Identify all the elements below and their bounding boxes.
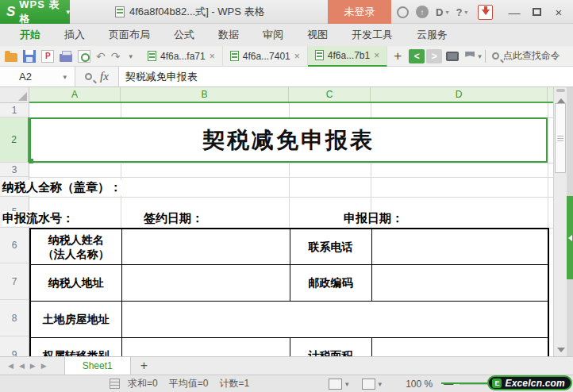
cell-c7-label[interactable]: 邮政编码: [290, 264, 371, 301]
cell-a8-label[interactable]: 土地房屋地址: [30, 301, 121, 337]
doc-tab-1[interactable]: 4f6a...fa71 ×: [140, 46, 223, 67]
presentation-mode-icon[interactable]: [446, 52, 459, 61]
select-all-corner[interactable]: [0, 87, 29, 103]
doc-tab-2[interactable]: 4f6a...7401 ×: [223, 46, 308, 67]
count-stat: 计数=1: [219, 377, 249, 390]
fill-handle[interactable]: [29, 159, 33, 163]
new-document-button[interactable]: +: [387, 48, 408, 64]
tab-view[interactable]: 视图: [295, 24, 340, 46]
doc-tab-3-active[interactable]: 4f6a...7b1 ×: [308, 46, 387, 67]
row-header-1[interactable]: 1: [0, 103, 29, 117]
prev-doc-tab-button[interactable]: <: [409, 49, 425, 63]
row-header-7[interactable]: 7: [0, 263, 29, 300]
flag-caret-icon: ▾: [475, 52, 485, 60]
cell-c9-label[interactable]: 计税面积: [290, 337, 371, 356]
scroll-down-icon[interactable]: [554, 343, 567, 356]
zoom-level[interactable]: 100 %: [406, 379, 433, 390]
flag-icon[interactable]: [465, 52, 475, 61]
cell-c6-label[interactable]: 联系电话: [290, 229, 371, 264]
tab-developer[interactable]: 开发工具: [340, 24, 405, 46]
cell-b5-label[interactable]: 签约日期：: [144, 211, 203, 226]
reading-view-icon[interactable]: [362, 379, 375, 390]
last-sheet-icon[interactable]: ▶: [41, 362, 47, 370]
toolbar-caret-icon[interactable]: ▾: [125, 52, 136, 60]
tab-review[interactable]: 审阅: [251, 24, 295, 46]
row-header-8[interactable]: 8: [0, 300, 29, 336]
cell-a7-label[interactable]: 纳税人地址: [30, 264, 121, 301]
tab-formulas[interactable]: 公式: [162, 24, 206, 46]
sheet-tab-sheet1[interactable]: Sheet1: [64, 357, 131, 375]
tab-data[interactable]: 数据: [206, 24, 251, 46]
side-panel-toggle[interactable]: [567, 196, 573, 279]
wps-logo-menu[interactable]: S WPS 表格 ▾: [0, 0, 70, 24]
page-layout-view-icon[interactable]: [329, 379, 342, 390]
first-sheet-icon[interactable]: ◀: [8, 362, 13, 370]
add-sheet-button[interactable]: +: [131, 359, 157, 373]
column-header-a[interactable]: A: [29, 87, 121, 102]
close-tab-icon[interactable]: ×: [374, 50, 379, 61]
cell-a6-label[interactable]: 纳税人姓名 （法人名称）: [30, 229, 121, 264]
column-header-d[interactable]: D: [371, 87, 548, 102]
cell-b8-input[interactable]: [121, 301, 548, 337]
tab-cloud[interactable]: 云服务: [405, 24, 460, 46]
row-header-2[interactable]: 2: [0, 117, 29, 163]
row-header-9[interactable]: 9: [0, 336, 29, 356]
skin-icon[interactable]: D: [436, 6, 443, 18]
wps-spreadsheet-window: S WPS 表格 ▾ 4f6a8f04b82...式] - WPS 表格 未登录…: [0, 0, 573, 392]
prev-sheet-icon[interactable]: ◀: [19, 362, 25, 370]
vertical-scrollbar[interactable]: [553, 87, 567, 356]
tab-home[interactable]: 开始: [8, 24, 52, 46]
next-sheet-icon[interactable]: ▶: [30, 362, 36, 370]
tab-page-layout[interactable]: 页面布局: [97, 24, 162, 46]
cell-b9-input[interactable]: [121, 337, 290, 356]
row-header-6[interactable]: 6: [0, 228, 29, 263]
export-pdf-icon[interactable]: [41, 50, 54, 63]
minimize-button[interactable]: —: [503, 0, 525, 24]
tab-insert[interactable]: 插入: [52, 24, 97, 46]
command-search[interactable]: 点此查找命令: [492, 49, 560, 63]
cell-d6-input[interactable]: [371, 229, 548, 264]
login-button[interactable]: 未登录: [328, 0, 391, 24]
vertical-scroll-thumb[interactable]: [555, 103, 566, 173]
close-button[interactable]: ×: [548, 0, 570, 24]
formula-input[interactable]: 契税减免申报表: [118, 67, 573, 86]
cell-a5-label[interactable]: 申报流水号：: [2, 211, 74, 226]
name-box[interactable]: A2 ▾: [0, 67, 75, 86]
namebox-caret-icon[interactable]: ▾: [60, 73, 70, 81]
cell-b7-input[interactable]: [121, 264, 290, 301]
cell-a9-label[interactable]: 权属转移类别: [30, 337, 121, 356]
zoom-formula-icon[interactable]: [85, 73, 92, 80]
spreadsheet-grid[interactable]: 1 2 3 4 5 6 7 8 9 契税减免申报表 纳税人全称（盖章）： 申报流…: [0, 103, 553, 356]
redo-icon[interactable]: ↷: [111, 50, 121, 63]
insert-function-icon[interactable]: fx: [100, 70, 109, 83]
sync-icon[interactable]: [397, 6, 409, 18]
help-icon[interactable]: ?: [456, 6, 462, 18]
column-header-b[interactable]: B: [121, 87, 289, 102]
titlebar: S WPS 表格 ▾ 4f6a8f04b82...式] - WPS 表格 未登录…: [0, 0, 573, 24]
next-doc-tab-button[interactable]: >: [426, 49, 442, 63]
undo-icon[interactable]: ↶: [96, 50, 106, 63]
close-tab-icon[interactable]: ×: [294, 51, 300, 62]
maximize-button[interactable]: [525, 0, 548, 24]
split-handle[interactable]: [556, 89, 565, 92]
save-icon[interactable]: [23, 50, 36, 63]
help-caret-icon: ▾: [464, 9, 467, 16]
cell-d9-input[interactable]: [371, 337, 548, 356]
cell-b6-input[interactable]: [121, 229, 290, 264]
cell-d7-input[interactable]: [371, 264, 548, 301]
print-icon[interactable]: [60, 54, 72, 62]
cell-a4-label[interactable]: 纳税人全称（盖章）：: [2, 180, 121, 195]
column-header-c[interactable]: C: [289, 87, 371, 102]
cell-d5-label[interactable]: 申报日期：: [344, 211, 403, 226]
search-icon: [492, 52, 499, 60]
upgrade-icon[interactable]: ↑: [416, 6, 429, 18]
row-header-3[interactable]: 3: [0, 163, 29, 177]
close-tab-icon[interactable]: ×: [210, 51, 215, 62]
formula-bar: A2 ▾ fx 契税减免申报表: [0, 67, 573, 87]
download-icon[interactable]: [478, 5, 493, 20]
open-file-icon[interactable]: [5, 53, 17, 62]
print-preview-icon[interactable]: [78, 50, 90, 63]
average-stat: 平均值=0: [169, 377, 209, 390]
skin-caret-icon: ▾: [445, 9, 448, 16]
selected-title-cell[interactable]: 契税减免申报表: [29, 117, 548, 163]
